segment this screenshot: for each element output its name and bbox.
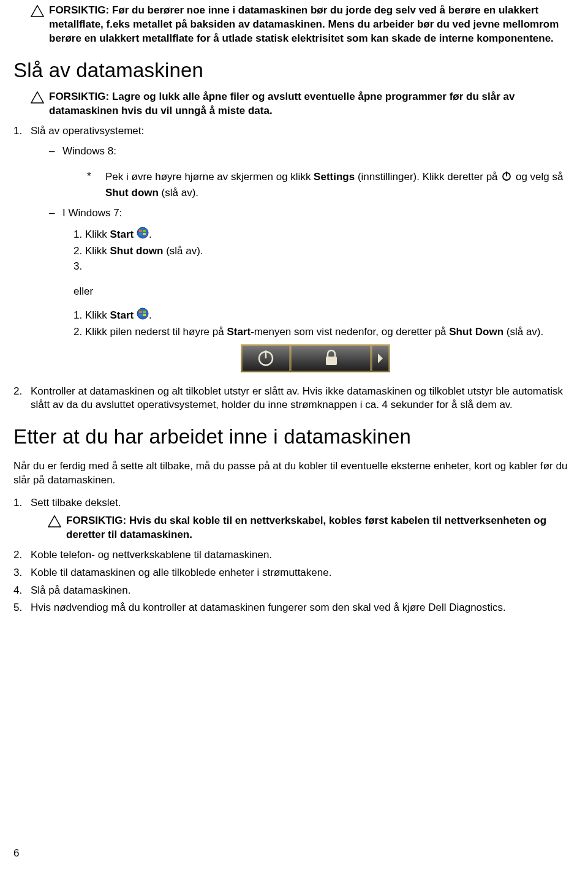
step-1: 1. Slå av operativsystemet: –Windows 8: … (13, 124, 582, 380)
caution-triangle-icon (48, 515, 61, 527)
step-text: Hvis nødvendiog må du kontroller at data… (31, 602, 506, 613)
svg-marker-1 (31, 92, 43, 103)
text: menyen som vist nedenfor, og deretter på (254, 326, 449, 338)
after-step-2: 2. Koble telefon- og nettverkskablene ti… (13, 548, 582, 562)
num: 2. (74, 245, 85, 257)
num: 2. (74, 326, 85, 338)
windows-start-orb-icon (137, 308, 149, 324)
svg-rect-12 (139, 314, 142, 316)
start-label: Start (110, 309, 137, 321)
step-number: 3. (13, 566, 31, 580)
start-label: Start (110, 229, 137, 240)
shutdown-label: Shut down (110, 245, 164, 257)
win7-method-a: 1. Klikk Start . 2. Klikk Shut down (slå… (74, 227, 582, 274)
caution-text-1: FORSIKTIG: Før du berører noe inne i dat… (49, 4, 582, 46)
text: Klikk (85, 309, 110, 321)
step-text: Kontroller at datamaskinen og alt tilkob… (31, 385, 563, 411)
num: 1. (74, 309, 85, 321)
sub-windows7: –I Windows 7: (49, 206, 582, 221)
step-text: Sett tilbake dekslet. (31, 497, 121, 508)
text: (innstillinger). Klikk deretter på (355, 171, 500, 183)
svg-marker-22 (48, 516, 61, 527)
step-number: 1. (13, 496, 31, 510)
caution-text-3: FORSIKTIG: Hvis du skal koble til en net… (66, 514, 582, 542)
svg-rect-7 (139, 233, 142, 235)
text: Klikk pilen nederst til høyre på (85, 326, 227, 338)
text: og velg så (513, 171, 563, 183)
num: 3. (74, 260, 82, 272)
caution-block-2: FORSIKTIG: Lagre og lukk alle åpne filer… (31, 90, 582, 118)
svg-rect-8 (143, 233, 146, 235)
dash-icon: – (49, 206, 62, 221)
win8-instruction: * Pek i øvre høyre hjørne av skjermen og… (87, 170, 582, 200)
text: . (149, 309, 152, 321)
svg-rect-13 (143, 314, 146, 316)
step-2: 2. Kontroller at datamaskinen og alt til… (13, 385, 582, 413)
intro-text: Når du er ferdig med å sette alt tilbake… (13, 459, 582, 488)
page-number: 6 (13, 847, 19, 861)
shutdown-bar-image (49, 344, 582, 372)
windows-start-orb-icon (137, 227, 149, 243)
sub-windows8: –Windows 8: (49, 145, 582, 159)
asterisk-icon: * (87, 170, 105, 200)
after-step-5: 5. Hvis nødvendiog må du kontroller at d… (13, 601, 582, 615)
caution-triangle-icon (31, 91, 44, 104)
power-icon (500, 170, 513, 186)
step-number: 1. (13, 124, 31, 380)
caution-block-1: FORSIKTIG: Før du berører noe inne i dat… (31, 4, 582, 46)
text: Klikk (85, 245, 110, 257)
caution-block-3: FORSIKTIG: Hvis du skal koble til en net… (48, 514, 582, 542)
caution-text-2: FORSIKTIG: Lagre og lukk alle åpne filer… (49, 90, 582, 118)
text: . (149, 229, 152, 240)
svg-rect-20 (326, 357, 337, 365)
settings-label: Settings (314, 171, 355, 183)
sub-label: Windows 8: (62, 145, 116, 157)
step-number: 5. (13, 601, 31, 615)
svg-rect-6 (143, 230, 146, 232)
after-step-3: 3. Koble til datamaskinen og alle tilkob… (13, 566, 582, 580)
step-text: Slå på datamaskinen. (31, 584, 131, 596)
shutdown-label: Shut Down (449, 326, 503, 338)
step-number: 2. (13, 385, 31, 413)
sub-label: I Windows 7: (62, 207, 122, 219)
svg-rect-10 (139, 311, 142, 313)
heading-turn-off: Slå av datamaskinen (13, 57, 582, 85)
start-menu-label: Start- (227, 326, 254, 338)
step-text: Koble til datamaskinen og alle tilkobled… (31, 567, 331, 578)
text: (slå av). (159, 187, 198, 198)
after-step-4: 4. Slå på datamaskinen. (13, 584, 582, 598)
svg-rect-11 (143, 311, 146, 313)
heading-after-working: Etter at du har arbeidet inne i datamask… (13, 423, 582, 451)
text: (slå av). (163, 245, 203, 257)
win7-method-b: 1. Klikk Start . 2. Klikk pilen nederst … (74, 308, 582, 339)
text: Klikk (85, 229, 110, 240)
or-label: eller (74, 285, 582, 299)
step-text: Koble telefon- og nettverkskablene til d… (31, 549, 272, 561)
text: Pek i øvre høyre hjørne av skjermen og k… (105, 171, 314, 183)
dash-icon: – (49, 145, 62, 159)
caution-triangle-icon (31, 5, 44, 17)
num: 1. (74, 229, 85, 240)
step-text: Slå av operativsystemet: (31, 125, 144, 137)
svg-rect-5 (139, 230, 142, 232)
text: (slå av). (503, 326, 543, 338)
shutdown-label: Shut down (105, 187, 159, 198)
svg-marker-0 (31, 6, 43, 17)
after-step-1: 1. Sett tilbake dekslet. (13, 496, 582, 510)
step-number: 4. (13, 584, 31, 598)
step-number: 2. (13, 548, 31, 562)
